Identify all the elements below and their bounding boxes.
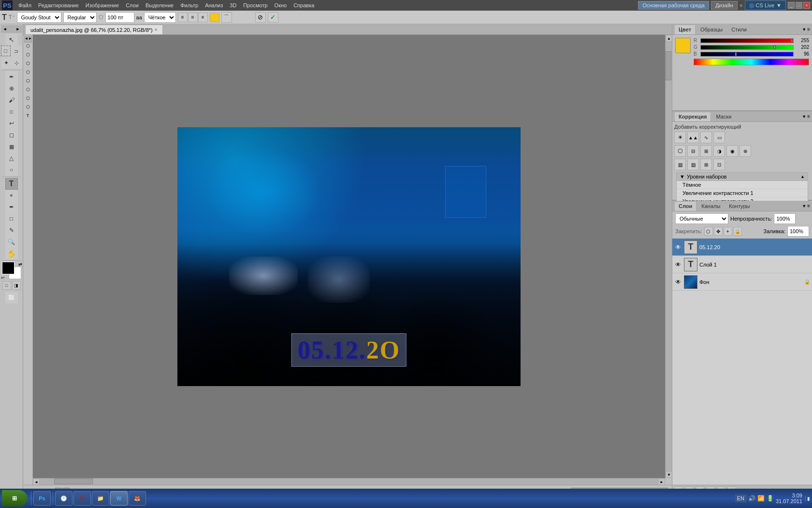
menu-filter[interactable]: Фильтр [177, 1, 201, 9]
lock-pixels-icon[interactable]: ⬡ [704, 227, 713, 236]
taskbar-show-desktop[interactable]: ▮ [805, 496, 810, 501]
font-style-select[interactable]: Regular [63, 12, 97, 23]
brightness-icon[interactable]: ☀ [674, 132, 686, 143]
lasso-tool[interactable]: ⊃ [11, 45, 22, 57]
scroll-thumb-h[interactable] [54, 478, 93, 484]
correction-tab[interactable]: Коррекция [674, 112, 711, 121]
align-center-button[interactable]: ≡ [188, 13, 198, 22]
taskbar-firefox[interactable]: 🦊 [129, 491, 146, 506]
color-tab[interactable]: Цвет [674, 25, 696, 34]
layer-row-0[interactable]: 👁 T 05.12.20 [672, 239, 812, 256]
menu-window[interactable]: Окно [272, 1, 290, 9]
taskbar-notification-icon[interactable]: 🔊 [748, 495, 755, 502]
layer-row-2[interactable]: 👁 Фон 🔒 [672, 273, 812, 291]
menu-image[interactable]: Изображение [83, 1, 122, 9]
layer-visibility-2[interactable]: 👁 [674, 278, 682, 286]
healing-brush-tool[interactable]: ⊕ [5, 83, 18, 94]
tools-collapse-bar[interactable]: ◄ ► [1, 25, 22, 33]
text-color-swatch[interactable] [210, 13, 219, 22]
levels-icon[interactable]: ▲▲ [687, 132, 699, 143]
mini-tool-6[interactable]: ⬡ [24, 87, 32, 95]
magic-wand-tool[interactable]: ✦ [1, 57, 12, 69]
hand-tool[interactable]: ✋ [5, 248, 18, 259]
color-balance-icon[interactable]: ⊞ [700, 145, 712, 157]
pen-tool[interactable]: ✒ [5, 201, 18, 213]
bw-icon[interactable]: ◑ [713, 145, 725, 157]
color-spectrum[interactable] [694, 59, 809, 65]
channel-mix-icon[interactable]: ⊛ [740, 145, 751, 157]
blend-mode-select[interactable]: Обычные [675, 213, 728, 224]
curves-icon[interactable]: ∿ [700, 132, 712, 143]
taskbar-word[interactable]: W [110, 491, 128, 506]
mini-tool-2[interactable]: ⬡ [24, 52, 32, 60]
align-right-button[interactable]: ≡ [198, 13, 208, 22]
scroll-right-arrow[interactable]: ► [658, 478, 665, 485]
workspace-design-btn[interactable]: Дизайн [711, 1, 738, 10]
taskbar-clock[interactable]: 🕐 [55, 491, 72, 506]
canvas-date-text[interactable]: 05.12.2O [291, 333, 406, 367]
blur-tool[interactable]: △ [5, 152, 18, 164]
brush-tool[interactable]: 🖌 [5, 94, 18, 106]
workspace-main-btn[interactable]: Основная рабочая среда [638, 1, 709, 10]
invert-icon[interactable]: ▧ [674, 159, 686, 170]
paths-tab[interactable]: Контуры [725, 201, 754, 211]
font-family-select[interactable]: Goudy Stout [17, 12, 61, 23]
confirm-button[interactable]: ✓ [268, 12, 278, 23]
warp-text-button[interactable]: ⌒ [221, 12, 232, 23]
align-left-button[interactable]: ≡ [178, 13, 188, 22]
threshold-icon[interactable]: ⊞ [700, 159, 712, 170]
masks-tab[interactable]: Маски [712, 112, 735, 121]
notes-tool[interactable]: ✎ [5, 224, 18, 236]
red-slider[interactable] [700, 38, 794, 43]
mini-tool-5[interactable]: ⬡ [24, 78, 32, 86]
mini-tools-collapse[interactable]: ◄► [24, 36, 32, 43]
mini-tool-7[interactable]: ⬡ [24, 96, 32, 104]
cs-live-btn[interactable]: ◎ CS Live ▼ [745, 0, 786, 10]
taskbar-battery-icon[interactable]: 🔋 [767, 495, 774, 502]
blue-slider[interactable] [700, 52, 794, 57]
styles-tab[interactable]: Стили [727, 25, 751, 34]
path-selection-tool[interactable]: ⌖ [5, 190, 18, 201]
lock-all-icon[interactable]: 🔒 [733, 227, 742, 236]
menu-file[interactable]: Файл [15, 1, 34, 9]
start-button[interactable]: ⊞ [2, 490, 27, 507]
photo-filter-icon[interactable]: ◉ [726, 145, 738, 157]
swatches-tab[interactable]: Образцы [696, 25, 726, 34]
fill-input[interactable] [787, 226, 809, 237]
history-brush-tool[interactable]: ↩ [5, 118, 18, 129]
menu-select[interactable]: Выделение [143, 1, 176, 9]
horizontal-scrollbar[interactable]: ◄ ► [33, 478, 665, 485]
presets-scroll-up[interactable]: ▲ [800, 174, 805, 179]
crop-tool[interactable]: ⊹ [12, 57, 22, 69]
scroll-down-arrow[interactable]: ▼ [666, 471, 672, 478]
eyedropper-tool[interactable]: ✒ [5, 71, 18, 83]
panel-menu-button[interactable]: ≡ [807, 27, 810, 32]
menu-edit[interactable]: Редактирование [35, 1, 82, 9]
eraser-tool[interactable]: ◻ [5, 129, 18, 141]
layer-visibility-0[interactable]: 👁 [674, 243, 682, 251]
opacity-input[interactable] [774, 213, 796, 224]
reset-colors-icon[interactable]: ↩ [1, 275, 5, 280]
menu-3d[interactable]: 3D [227, 1, 239, 9]
layer-row-1[interactable]: 👁 T Слой 1 [672, 256, 812, 273]
gradient-map-icon[interactable]: ⊡ [713, 159, 725, 170]
scroll-thumb-v[interactable] [666, 51, 671, 80]
zoom-tool[interactable]: 🔍 [5, 236, 18, 248]
correction-menu-button[interactable]: ≡ [807, 114, 810, 119]
quick-mask-icon[interactable]: ◨ [12, 281, 21, 290]
menu-help[interactable]: Справка [290, 1, 317, 9]
move-tool[interactable]: ↖ [5, 34, 18, 45]
foreground-color-swatch[interactable] [2, 262, 14, 274]
marquee-tool[interactable]: □ [1, 45, 11, 56]
preset-item-1[interactable]: Увеличение контрастности 1 [677, 189, 808, 197]
menu-view[interactable]: Просмотр [240, 1, 270, 9]
layers-collapse-arrow[interactable]: ▼ [802, 204, 806, 209]
posterize-icon[interactable]: ▨ [687, 159, 699, 170]
presets-header[interactable]: ▼ Уровни наборов ▲ [677, 173, 808, 181]
swap-colors-icon[interactable]: ⇄ [18, 262, 22, 267]
scroll-left-arrow[interactable]: ◄ [33, 478, 40, 485]
taskbar-explorer[interactable]: 📁 [92, 491, 109, 506]
hue-saturation-icon[interactable]: ⊟ [687, 145, 699, 157]
cancel-button[interactable]: ⊘ [255, 12, 266, 23]
maximize-button[interactable]: □ [796, 2, 802, 9]
